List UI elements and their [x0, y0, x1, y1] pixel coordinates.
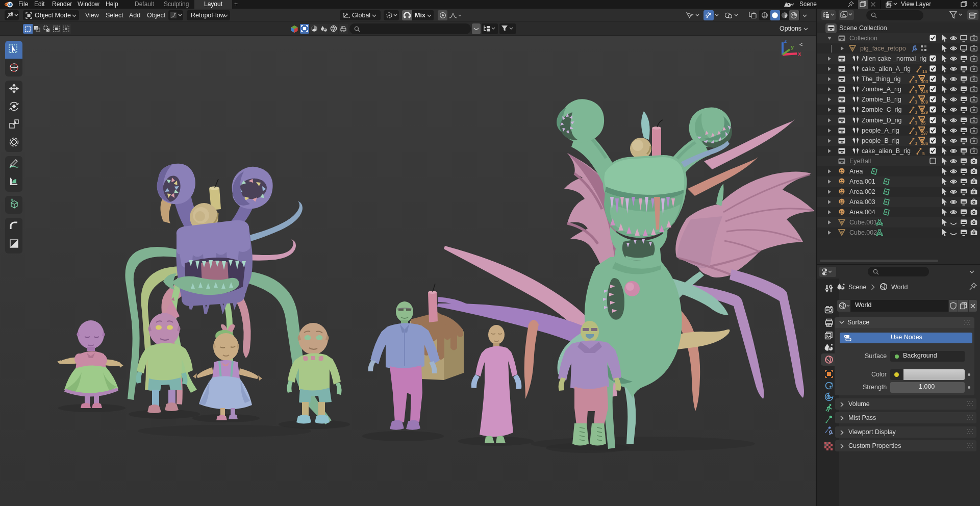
svg-text:y: y	[791, 44, 794, 50]
svg-text:z: z	[784, 38, 787, 44]
svg-text:x: x	[798, 50, 801, 57]
